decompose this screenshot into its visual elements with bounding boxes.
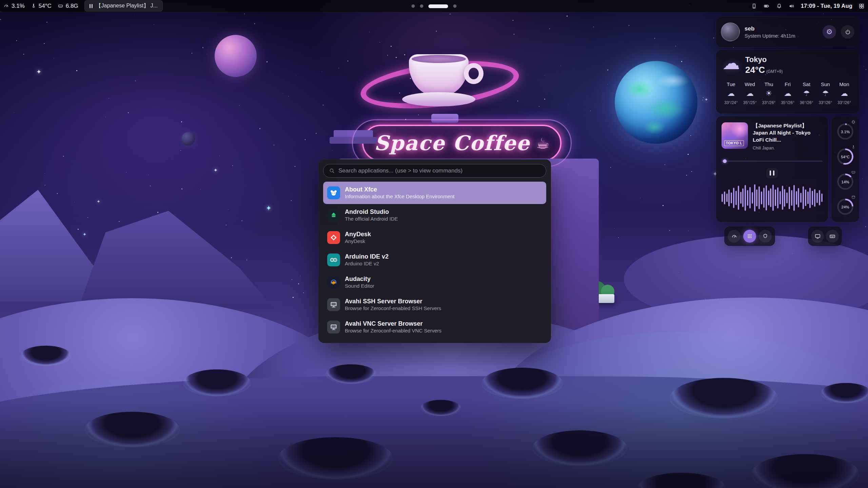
workspace-indicator[interactable] — [412, 0, 457, 12]
security-button[interactable] — [759, 230, 772, 243]
weather-glyph-icon: ☀ — [760, 90, 777, 97]
topbar-media-title: 【Japanese Playlist】 J... — [96, 2, 158, 9]
app-launcher: About Xfce Information about the Xfce De… — [318, 159, 551, 343]
waveform — [722, 184, 823, 212]
crater — [326, 364, 376, 384]
forecast-day: Sun☂33°/26° — [816, 81, 834, 105]
purple-planet — [215, 35, 257, 77]
result-arduino-ide[interactable]: Arduino IDE v2 Arduino IDE v2 — [323, 249, 546, 271]
topbar-media-widget[interactable]: 【Japanese Playlist】 J... — [84, 0, 163, 12]
battery-icon[interactable] — [763, 3, 770, 9]
app-desc: Browse for Zeroconf-enabled SSH Servers — [345, 305, 441, 312]
weather-glyph-icon: ☁ — [741, 90, 759, 97]
app-desc: The official Android IDE — [345, 216, 398, 222]
weather-glyph-icon: ☁ — [722, 90, 740, 97]
android-studio-icon — [327, 209, 340, 222]
crater — [20, 346, 71, 366]
top-bar: 3.1% 54°C 6.8G 【Japanese Playlist】 J... — [0, 0, 868, 12]
keyboard-button[interactable] — [826, 230, 839, 243]
forecast-day: Mon☁33°/26° — [835, 81, 853, 105]
forecast-day: Wed☁35°/25° — [741, 81, 759, 105]
keyboard-icon — [829, 233, 836, 240]
gear-icon: ⚙ — [826, 28, 833, 36]
app-grid-icon[interactable] — [859, 3, 865, 9]
crater — [183, 369, 251, 396]
result-avahi-ssh[interactable]: Avahi SSH Server Browser Browse for Zero… — [323, 293, 546, 316]
phone-link-icon[interactable] — [751, 3, 757, 9]
notifications-icon[interactable] — [776, 3, 782, 9]
disk-gauge: 24% — [834, 196, 856, 218]
weather-temperature: 24°C — [745, 65, 765, 75]
temperature-value: 54°C — [39, 3, 52, 9]
bright-star: ✦ — [83, 232, 86, 237]
result-audacity[interactable]: Audacity Sound Editor — [323, 271, 546, 293]
weather-glyph-icon: ☂ — [798, 90, 815, 97]
search-input[interactable] — [338, 167, 540, 174]
forecast-day: Sat☂36°/26° — [798, 81, 815, 105]
cpu-chip-icon — [851, 120, 856, 124]
app-name: Audacity — [345, 275, 374, 283]
result-android-studio[interactable]: Android Studio The official Android IDE — [323, 204, 546, 226]
audacity-icon — [327, 276, 340, 289]
result-about-xfce[interactable]: About Xfce Information about the Xfce De… — [323, 182, 546, 204]
result-avahi-vnc[interactable]: Avahi VNC Server Browser Browse for Zero… — [323, 316, 546, 338]
app-name: Avahi VNC Server Browser — [345, 320, 441, 328]
media-player-card: TOKYO L 【Japanese Playlist】 Japan All Ni… — [716, 116, 828, 222]
app-drawer-button[interactable] — [743, 230, 756, 243]
crater — [481, 368, 563, 399]
volume-icon[interactable] — [788, 3, 795, 9]
forecast-day: Tue☁33°/24° — [722, 81, 740, 105]
weather-glyph-icon: ☁ — [835, 90, 853, 97]
app-desc: Arduino IDE v2 — [345, 261, 389, 267]
app-name: About Xfce — [345, 186, 455, 194]
workspace-dot[interactable] — [420, 4, 423, 8]
settings-button[interactable]: ⚙ — [823, 25, 836, 39]
bright-star: ✦ — [36, 68, 41, 75]
apps-grid-icon — [747, 233, 753, 239]
weather-city: Tokyo — [745, 55, 783, 64]
quick-actions-left — [724, 226, 775, 246]
app-desc: Information about the Xfce Desktop Envir… — [345, 194, 455, 200]
system-uptime: System Uptime: 4h11m — [745, 33, 818, 39]
bright-star: ✦ — [214, 167, 218, 173]
power-button[interactable] — [841, 25, 854, 39]
forecast-day: Thu☀33°/26° — [760, 81, 777, 105]
result-anydesk[interactable]: AnyDesk AnyDesk — [323, 226, 546, 249]
app-desc: Browse for Zeroconf-enabled VNC Servers — [345, 328, 441, 334]
quick-actions-right — [808, 226, 842, 246]
bright-star: ✦ — [266, 204, 272, 212]
weather-glyph-icon: ☁ — [779, 90, 796, 97]
small-moon — [181, 132, 195, 146]
cup-handle — [464, 63, 484, 84]
cpu-value: 3.1% — [12, 3, 25, 9]
clock[interactable]: 17:09 - Tue, 19 Aug — [801, 3, 852, 9]
workspace-dot-active[interactable] — [429, 4, 448, 8]
workspace-dot[interactable] — [412, 4, 415, 8]
workspace-dot[interactable] — [453, 4, 457, 8]
results-list: About Xfce Information about the Xfce De… — [323, 182, 546, 338]
track-title: 【Japanese Playlist】 Japan All Night - To… — [753, 122, 823, 144]
weather-card: ☁ Tokyo 24°C(GMT+9) Tue☁33°/24° Wed☁35°/… — [716, 50, 859, 114]
app-name: Arduino IDE v2 — [345, 253, 389, 261]
forecast-row: Tue☁33°/24° Wed☁35°/25° Thu☀33°/26° Fri☁… — [722, 81, 853, 105]
pause-button[interactable] — [766, 168, 778, 178]
screen-record-button[interactable] — [811, 230, 824, 243]
app-desc: AnyDesk — [345, 238, 371, 245]
weather-glyph-icon: ☂ — [816, 90, 834, 97]
search-bar[interactable] — [323, 164, 546, 178]
album-art: TOKYO L — [722, 122, 748, 149]
user-card: seb System Uptime: 4h11m ⚙ — [716, 17, 859, 47]
app-name: Avahi SSH Server Browser — [345, 298, 441, 305]
dashboard-button[interactable] — [728, 230, 741, 243]
temperature-icon — [31, 3, 36, 9]
memory-stat: 6.8G — [58, 3, 78, 9]
server-browser-icon — [327, 321, 340, 333]
app-name: Android Studio — [345, 208, 398, 216]
cup-saucer — [402, 92, 475, 106]
album-art-label: TOKYO L — [724, 140, 744, 146]
disk-icon — [851, 195, 856, 200]
seek-bar[interactable] — [722, 159, 823, 163]
seek-handle[interactable] — [723, 159, 727, 163]
xfce-icon — [327, 186, 340, 199]
bright-star: ✦ — [97, 199, 100, 204]
